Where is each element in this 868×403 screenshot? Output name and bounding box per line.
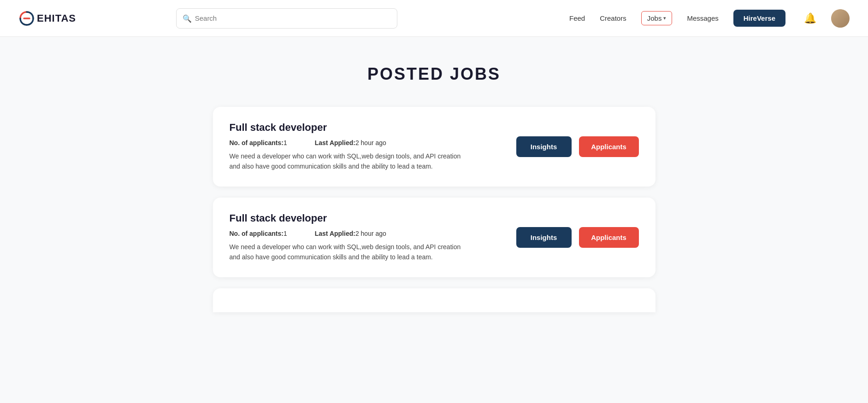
logo-icon [18, 10, 35, 27]
applicants-count: No. of applicants:1 [230, 139, 287, 146]
navbar: EHITAS 🔍 Feed Creators Jobs ▾ Messages H… [0, 0, 868, 37]
search-icon: 🔍 [183, 14, 192, 23]
insights-button[interactable]: Insights [516, 136, 572, 157]
job-description: We need a developer who can work with SQ… [230, 242, 469, 263]
search-input[interactable] [176, 8, 397, 29]
job-card: Full stack developer No. of applicants:1… [213, 198, 655, 277]
job-title: Full stack developer [230, 122, 498, 134]
job-description: We need a developer who can work with SQ… [230, 151, 469, 172]
nav-links: Feed Creators Jobs ▾ Messages HireVerse … [569, 9, 850, 28]
nav-feed[interactable]: Feed [569, 14, 585, 22]
job-actions: Insights Applicants [516, 227, 639, 248]
avatar-face [831, 9, 850, 28]
job-meta: No. of applicants:1 Last Applied:2 hour … [230, 230, 498, 237]
job-title: Full stack developer [230, 212, 498, 224]
chevron-down-icon: ▾ [663, 15, 666, 21]
notification-bell-icon[interactable]: 🔔 [804, 12, 816, 24]
last-applied: Last Applied:2 hour ago [315, 139, 386, 146]
last-applied: Last Applied:2 hour ago [315, 230, 386, 237]
logo-link[interactable]: EHITAS [18, 10, 76, 27]
main-content: POSTED JOBS Full stack developer No. of … [204, 37, 665, 331]
search-container: 🔍 [176, 8, 397, 29]
job-meta: No. of applicants:1 Last Applied:2 hour … [230, 139, 498, 146]
job-info: Full stack developer No. of applicants:1… [230, 122, 498, 172]
job-card-partial [213, 288, 655, 312]
applicants-button[interactable]: Applicants [579, 136, 639, 157]
applicants-count: No. of applicants:1 [230, 230, 287, 237]
nav-jobs[interactable]: Jobs ▾ [641, 11, 673, 25]
nav-messages[interactable]: Messages [687, 14, 718, 22]
nav-creators[interactable]: Creators [600, 14, 626, 22]
hireverse-button[interactable]: HireVerse [733, 10, 785, 27]
nav-jobs-label: Jobs [647, 14, 662, 22]
logo-text: EHITAS [37, 12, 76, 24]
applicants-button[interactable]: Applicants [579, 227, 639, 248]
job-card: Full stack developer No. of applicants:1… [213, 107, 655, 187]
job-info: Full stack developer No. of applicants:1… [230, 212, 498, 263]
user-avatar[interactable] [831, 9, 850, 28]
insights-button[interactable]: Insights [516, 227, 572, 248]
job-actions: Insights Applicants [516, 136, 639, 157]
page-title: POSTED JOBS [213, 64, 655, 84]
